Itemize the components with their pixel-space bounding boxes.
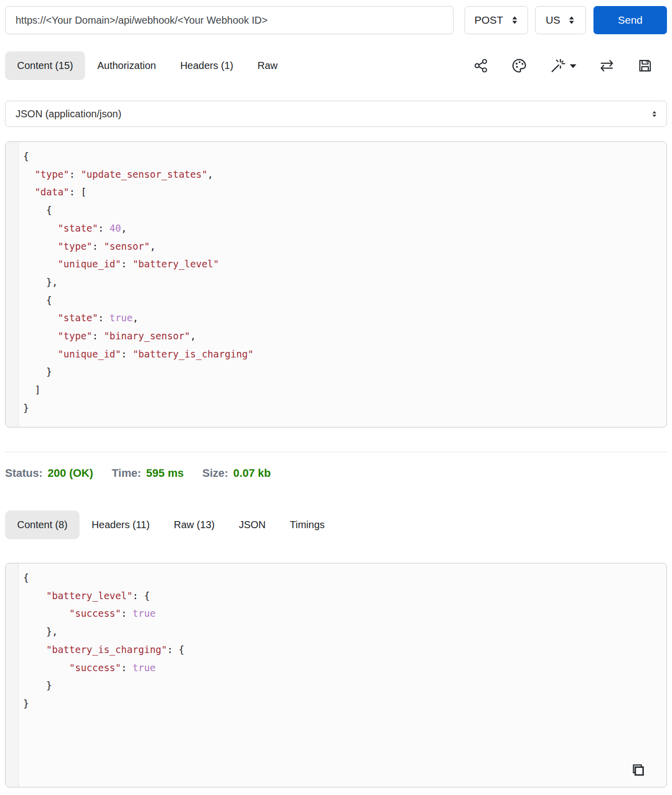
size-value: 0.07 kb	[233, 467, 271, 480]
request-bar: POST US Send	[5, 6, 667, 34]
tab-request-authorization[interactable]: Authorization	[85, 51, 168, 80]
caret-down-icon	[570, 63, 576, 68]
swap-arrows-icon[interactable]	[599, 57, 615, 74]
code-line: {	[23, 148, 666, 166]
tab-request-raw[interactable]: Raw	[246, 51, 290, 80]
code-line: },	[23, 623, 666, 641]
code-line: {	[23, 292, 666, 310]
tab-request-headers[interactable]: Headers (1)	[168, 51, 246, 80]
tab-response-raw[interactable]: Raw (13)	[162, 511, 227, 539]
api-client-page: POST US Send Content (15)AuthorizationHe…	[0, 0, 672, 787]
status-label: Status:	[5, 467, 43, 480]
code-line: "state": true,	[23, 309, 666, 327]
code-line: }	[23, 695, 666, 713]
size-label: Size:	[202, 467, 228, 480]
method-select[interactable]: POST	[465, 6, 528, 34]
send-button[interactable]: Send	[593, 6, 667, 34]
updown-arrows-icon	[651, 110, 657, 118]
code-line: {	[23, 201, 666, 220]
url-input[interactable]	[5, 6, 454, 34]
magic-wand-icon[interactable]	[550, 57, 576, 74]
tab-response-headers[interactable]: Headers (11)	[80, 511, 162, 539]
code-line: }	[23, 677, 666, 695]
section-divider	[5, 452, 667, 452]
method-select-value: POST	[474, 14, 503, 26]
code-line: "success": true	[23, 659, 666, 677]
request-tabs: Content (15)AuthorizationHeaders (1)Raw	[5, 51, 290, 80]
code-line: "type": "sensor",	[23, 238, 666, 256]
content-type-value: JSON (application/json)	[16, 108, 121, 120]
response-tabs: Content (8)Headers (11)Raw (13)JSONTimin…	[5, 511, 337, 539]
request-body-code: { "type": "update_sensor_states", "data"…	[19, 142, 666, 417]
code-line: "success": true	[23, 605, 666, 623]
tab-request-content[interactable]: Content (15)	[5, 51, 85, 80]
code-line: "battery_is_charging": {	[23, 641, 666, 659]
request-tabs-row: Content (15)AuthorizationHeaders (1)Raw	[5, 51, 667, 80]
copy-icon[interactable]	[629, 762, 646, 781]
updown-arrows-icon	[568, 16, 575, 25]
content-type-select[interactable]: JSON (application/json)	[5, 101, 667, 127]
request-toolbar	[473, 57, 653, 74]
code-line: "state": 40,	[23, 220, 666, 238]
response-body-code: { "battery_level": { "success": true }, …	[19, 563, 666, 713]
updown-arrows-icon	[511, 16, 518, 25]
tab-response-content[interactable]: Content (8)	[5, 511, 80, 539]
viewer-gutter	[6, 563, 19, 787]
code-line: }	[23, 363, 666, 381]
response-body-viewer: { "battery_level": { "success": true }, …	[5, 563, 667, 787]
share-icon[interactable]	[473, 58, 489, 74]
tab-response-json[interactable]: JSON	[227, 511, 277, 539]
region-select-value: US	[546, 14, 560, 26]
code-line: "unique_id": "battery_level"	[23, 255, 666, 273]
code-line: "type": "update_sensor_states",	[23, 166, 666, 184]
code-line: "battery_level": {	[23, 587, 666, 605]
code-line: }	[23, 399, 666, 417]
code-line: "unique_id": "battery_is_charging"	[23, 345, 666, 364]
time-label: Time:	[112, 467, 141, 480]
editor-gutter	[6, 142, 19, 427]
code-line: },	[23, 273, 666, 292]
request-body-editor[interactable]: { "type": "update_sensor_states", "data"…	[5, 141, 667, 427]
response-status-bar: Status: 200 (OK) Time: 595 ms Size: 0.07…	[5, 467, 667, 483]
region-select[interactable]: US	[535, 6, 586, 34]
code-line: ]	[23, 381, 666, 399]
code-line: {	[23, 569, 666, 587]
code-line: "type": "binary_sensor",	[23, 327, 666, 345]
palette-icon[interactable]	[511, 57, 528, 74]
response-tabs-row: Content (8)Headers (11)Raw (13)JSONTimin…	[5, 511, 667, 539]
save-icon[interactable]	[637, 58, 653, 74]
time-value: 595 ms	[146, 467, 184, 480]
tab-response-timings[interactable]: Timings	[278, 511, 337, 539]
code-line: "data": [	[23, 183, 666, 201]
status-code-value: 200 (OK)	[48, 467, 93, 480]
